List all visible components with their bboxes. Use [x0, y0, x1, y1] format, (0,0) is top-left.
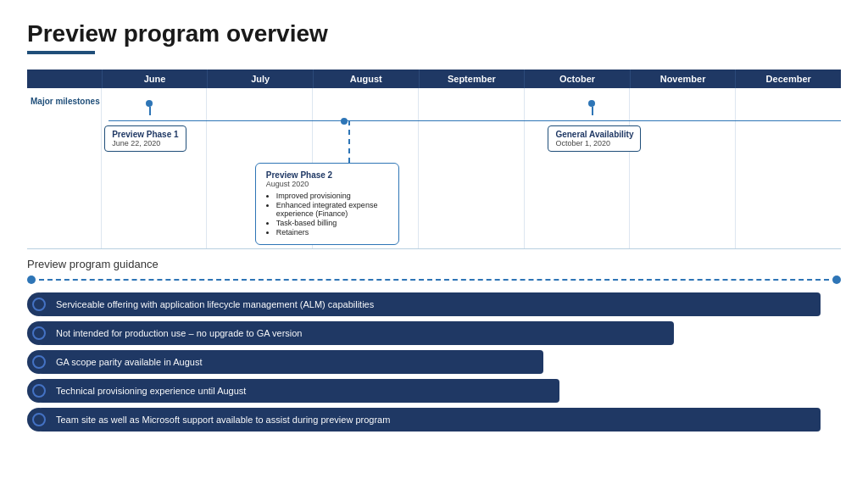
milestone1-box: Preview Phase 1 June 22, 2020: [104, 125, 186, 152]
guidance-bar-3: GA scope parity available in August: [27, 350, 841, 374]
bar-inner-circle-1: [32, 298, 46, 311]
timeline-col-header-august: August: [314, 70, 420, 88]
bar-circle-1: [27, 292, 51, 316]
milestone2-connector-dot: [576, 100, 595, 115]
milestone1-connector-dot: [129, 100, 153, 115]
bar-text-3: GA scope parity available in August: [39, 350, 543, 374]
timeline-col-header-november: November: [631, 70, 737, 88]
phase2-connector-dot: [341, 118, 348, 125]
guidance-bar-4: Technical provisioning experience until …: [27, 379, 841, 403]
guidance-bar-5: Team site as well as Microsoft support a…: [27, 408, 841, 432]
phase2-bullet-2: Enhanced integrated expense experience (…: [276, 201, 388, 218]
bar-inner-circle-2: [32, 326, 46, 340]
guidance-bars: Serviceable offering with application li…: [27, 292, 841, 432]
bar-inner-circle-4: [32, 384, 46, 398]
bar-circle-5: [27, 408, 51, 432]
bar-circle-2: [27, 321, 51, 345]
timeline-col-header-september: September: [420, 70, 526, 88]
guidance-dot-left: [27, 276, 36, 284]
milestone1-date: June 22, 2020: [112, 139, 178, 148]
timeline-col-header-july: July: [208, 70, 314, 88]
phase2-box: Preview Phase 2 August 2020 Improved pro…: [255, 163, 399, 245]
phase2-date: August 2020: [266, 180, 388, 188]
phase2-connector-line: [348, 120, 350, 163]
milestone1-title: Preview Phase 1: [112, 130, 178, 139]
page-title: Preview program overview: [27, 20, 841, 47]
bar-inner-circle-3: [32, 355, 46, 369]
guidance-label: Preview program guidance: [27, 258, 841, 270]
bar-text-4: Technical provisioning experience until …: [39, 379, 559, 403]
milestone2-title: General Availability: [555, 130, 633, 139]
bar-text-1: Serviceable offering with application li…: [39, 292, 821, 316]
guidance-divider: [27, 276, 841, 284]
timeline-header: June July August September October Novem…: [27, 70, 841, 88]
guidance-dashed-line: [39, 279, 829, 281]
guidance-bar-1: Serviceable offering with application li…: [27, 292, 841, 316]
timeline-col-header-empty: [27, 70, 103, 88]
bar-circle-4: [27, 379, 51, 403]
milestone-row-label: Major milestones: [31, 97, 100, 106]
timeline-col-header-december: December: [736, 70, 841, 88]
phase2-title: Preview Phase 2: [266, 170, 388, 180]
timeline-col-header-october: October: [525, 70, 631, 88]
guidance-dot-right: [832, 276, 841, 284]
bar-inner-circle-5: [32, 413, 46, 426]
phase2-bullet-3: Task-based billing: [276, 219, 388, 227]
phase2-bullet-4: Retainers: [276, 228, 388, 237]
page-container: Preview program overview June July Augus…: [0, 0, 868, 452]
milestone2-date: October 1, 2020: [555, 139, 633, 148]
bar-text-5: Team site as well as Microsoft support a…: [39, 408, 821, 432]
guidance-bar-2: Not intended for production use – no upg…: [27, 321, 841, 345]
phase2-bullet-1: Improved provisioning: [276, 192, 388, 200]
phase2-bullets: Improved provisioning Enhanced integrate…: [266, 192, 388, 237]
bar-text-2: Not intended for production use – no upg…: [39, 321, 674, 345]
timeline-section: June July August September October Novem…: [27, 70, 841, 249]
milestone2-box: General Availability October 1, 2020: [548, 125, 641, 152]
guidance-section: Preview program guidance Serviceable off…: [27, 258, 841, 432]
bar-circle-3: [27, 350, 51, 374]
timeline-col-header-june: June: [103, 70, 209, 88]
title-underline: [27, 51, 95, 54]
